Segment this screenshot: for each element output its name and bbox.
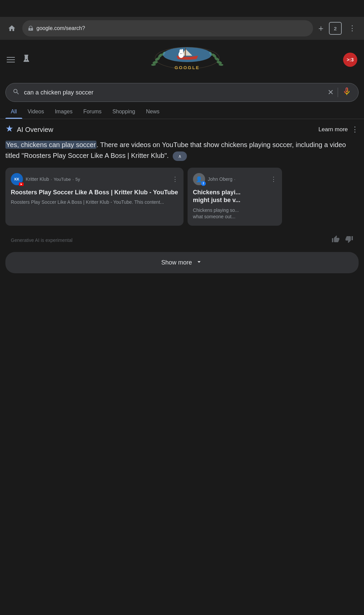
url-text: google.com/search? — [36, 25, 308, 31]
source-card-snippet: Roosters Play Soccer Like A Boss | Kritt… — [11, 199, 178, 206]
source-meta: 👤 f John Oberg · — [193, 173, 235, 185]
clear-search-button[interactable]: ✕ — [328, 88, 334, 97]
ai-sparkle-icon — [5, 124, 13, 135]
collapse-arrow-icon: ∧ — [178, 152, 181, 160]
show-more-button[interactable]: Show more — [5, 252, 359, 273]
ai-experimental-label: Generative AI is experimental — [11, 237, 73, 243]
hamburger-menu-button[interactable] — [7, 57, 15, 62]
google-logo: GOOGLE — [31, 45, 343, 75]
ai-overview-more-button[interactable]: ⋮ — [351, 125, 359, 134]
source-cards-list: KK Kritter Klub · YouTube · 5y — [5, 168, 359, 231]
source-platform: YouTube — [54, 177, 71, 182]
ai-header-right: Learn more ⋮ — [318, 125, 359, 134]
url-security-icon — [28, 25, 34, 31]
source-name: Kritter Klub — [26, 176, 49, 182]
source-card-title: Chickens playi...might just be v... — [193, 189, 277, 204]
svg-text:GOOGLE: GOOGLE — [174, 65, 200, 70]
tab-videos[interactable]: Videos — [22, 105, 50, 119]
source-name: John Oberg — [208, 176, 232, 182]
microphone-button[interactable] — [342, 87, 352, 99]
source-info: John Oberg · — [208, 176, 235, 182]
browser-more-button[interactable]: ⋮ — [346, 23, 359, 34]
learn-more-link[interactable]: Learn more — [318, 126, 348, 133]
search-bar[interactable]: can a chicken play soccer ✕ — [5, 83, 359, 102]
source-card[interactable]: KK Kritter Klub · YouTube · 5y — [5, 168, 184, 226]
search-query-text: can a chicken play soccer — [24, 89, 324, 96]
highlighted-answer: Yes, chickens can play soccer — [5, 141, 96, 149]
source-card-snippet: Chickens playing so...what someone out..… — [193, 207, 277, 220]
chevron-down-icon — [195, 258, 203, 267]
source-card[interactable]: 👤 f John Oberg · ⋮ Chickens playi...migh… — [188, 168, 282, 226]
source-card-more-button[interactable]: ⋮ — [271, 175, 277, 183]
new-tab-button[interactable]: + — [317, 23, 325, 34]
ai-overview-text: Yes, chickens can play soccer. There are… — [5, 139, 359, 161]
ai-footer: Generative AI is experimental — [5, 231, 359, 249]
youtube-badge-icon — [19, 183, 24, 186]
tab-forums[interactable]: Forums — [78, 105, 107, 119]
home-button[interactable] — [5, 22, 18, 35]
feedback-buttons — [332, 235, 353, 245]
facebook-badge-icon: f — [201, 181, 206, 186]
source-card-more-button[interactable]: ⋮ — [172, 175, 178, 183]
source-age: 5y — [76, 177, 80, 182]
tab-switcher-button[interactable]: 2 — [329, 22, 342, 35]
ai-overview-section: AI Overview Learn more ⋮ Yes, chickens c… — [0, 119, 364, 249]
search-container: can a chicken play soccer ✕ — [0, 80, 364, 102]
header-left-controls — [7, 54, 31, 65]
status-bar — [0, 0, 364, 17]
collapse-button[interactable]: ∧ — [173, 151, 187, 161]
source-avatar: 👤 f — [193, 173, 205, 185]
tab-news[interactable]: News — [141, 105, 165, 119]
tab-images[interactable]: Images — [49, 105, 78, 119]
show-more-label: Show more — [161, 259, 192, 266]
svg-point-5 — [151, 63, 156, 66]
ai-overview-header: AI Overview Learn more ⋮ — [5, 124, 359, 135]
search-divider — [338, 88, 338, 97]
search-tabs: All Videos Images Forums Shopping News — [0, 105, 364, 119]
tab-shopping[interactable]: Shopping — [107, 105, 141, 119]
source-card-header: KK Kritter Klub · YouTube · 5y — [11, 173, 178, 185]
tab-all[interactable]: All — [5, 105, 22, 119]
source-card-title: Roosters Play Soccer Like A Boss | Kritt… — [11, 189, 178, 196]
svg-point-18 — [180, 53, 181, 54]
svg-point-17 — [181, 49, 183, 53]
google-header: GOOGLE >:3 — [0, 40, 364, 80]
user-avatar[interactable]: >:3 — [343, 53, 357, 67]
ai-overview-title-wrap: AI Overview — [5, 124, 53, 135]
thumbs-down-button[interactable] — [345, 235, 353, 245]
search-icon — [12, 88, 20, 97]
source-meta: KK Kritter Klub · YouTube · 5y — [11, 173, 80, 185]
svg-point-10 — [218, 63, 223, 66]
browser-chrome: google.com/search? + 2 ⋮ — [0, 17, 364, 40]
labs-button[interactable] — [22, 54, 31, 65]
ai-overview-title: AI Overview — [17, 126, 53, 134]
google-doodle-svg: GOOGLE — [150, 46, 224, 73]
source-info: Kritter Klub · YouTube · 5y — [26, 176, 80, 182]
source-card-header: 👤 f John Oberg · ⋮ — [193, 173, 277, 185]
url-bar[interactable]: google.com/search? — [22, 20, 313, 36]
svg-point-19 — [181, 53, 182, 54]
thumbs-up-button[interactable] — [332, 235, 340, 245]
source-avatar: KK — [11, 173, 23, 185]
